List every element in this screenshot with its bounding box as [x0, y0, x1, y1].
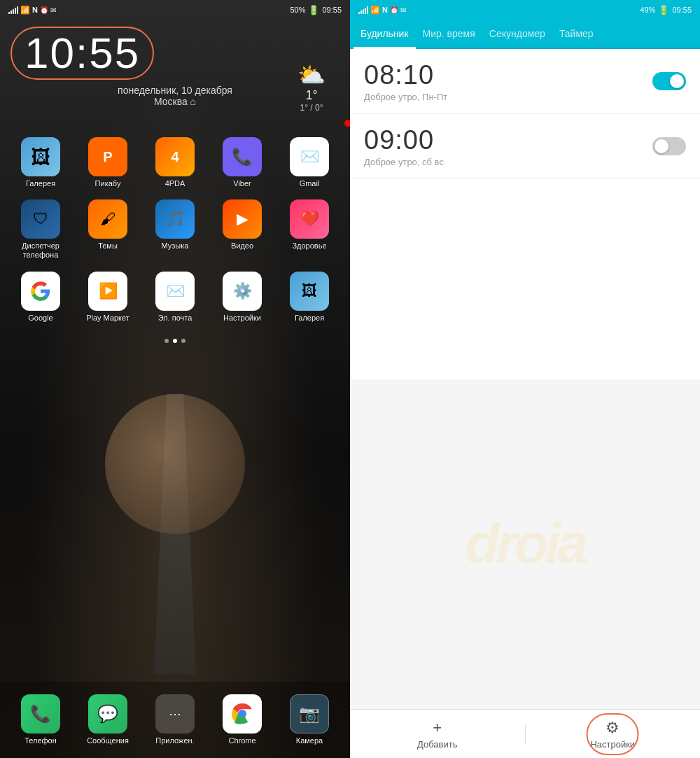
- app-label-google: Google: [28, 314, 52, 323]
- app-gallery2[interactable]: 🖼 Галерея: [276, 266, 343, 328]
- alarm-desc-1: Доброе утро, Пн-Пт: [364, 92, 447, 102]
- app-icon-viber: 📞: [223, 137, 262, 176]
- settings-label: Настройки: [590, 739, 635, 750]
- status-bar-left: 📶 N ⏰ ✉ 50% 🔋 09:55: [0, 0, 350, 20]
- settings-button[interactable]: ⚙ Настройки: [526, 717, 701, 751]
- signal-bar-4: [15, 8, 16, 14]
- signal-bar-5: [17, 6, 18, 14]
- nfc-icon: N: [32, 6, 38, 14]
- app-label-video: Видео: [231, 241, 253, 251]
- notification-icon-right: ✉: [400, 6, 406, 14]
- dock-icon-phone: 📞: [21, 694, 60, 734]
- alarm-time-2: 09:00: [364, 125, 444, 155]
- app-gallery[interactable]: 🖼 Галерея: [7, 132, 74, 194]
- clock-date: понедельник, 10 декабря: [0, 85, 350, 96]
- right-panel: 📶 N ⏰ ✉ 49% 🔋 09:55 Будильник Мир. время…: [350, 0, 700, 758]
- add-alarm-button[interactable]: + Добавить: [350, 717, 525, 751]
- tab-bar: Будильник Мир. время Секундомер Таймер: [350, 20, 700, 49]
- app-label-gallery2: Галерея: [295, 314, 324, 323]
- time-left: 09:55: [322, 6, 342, 14]
- app-label-mail: Эл. почта: [158, 314, 192, 323]
- app-gmail[interactable]: ✉️ Gmail: [276, 132, 343, 194]
- signal-bar-r3: [363, 9, 364, 14]
- app-mail[interactable]: ✉️ Эл. почта: [141, 266, 209, 328]
- toggle-knob-2: [654, 139, 668, 153]
- app-label-settings: Настройки: [223, 314, 261, 323]
- app-icon-gallery2: 🖼: [290, 272, 329, 311]
- alarm-left-1: 08:10 Доброе утро, Пн-Пт: [364, 60, 447, 102]
- dock-apps[interactable]: ⋯ Приложен.: [141, 689, 209, 751]
- alarm-left-2: 09:00 Доброе утро, сб вс: [364, 125, 444, 167]
- dock-chrome[interactable]: Chrome: [209, 689, 276, 751]
- tab-timer[interactable]: Таймер: [552, 20, 601, 48]
- app-icon-dispatcher: 🛡: [21, 199, 60, 239]
- dock-label-camera: Камера: [296, 736, 323, 745]
- signal-bar-1: [8, 12, 10, 14]
- notification-icon: ✉: [50, 6, 56, 14]
- app-themes[interactable]: 🖌 Темы: [74, 194, 141, 265]
- alarm-icon-right: ⏰: [390, 6, 398, 14]
- page-dot-2: [173, 339, 177, 343]
- signal-bar-r1: [358, 12, 360, 14]
- signal-bars-right: [358, 6, 368, 14]
- tab-alarm[interactable]: Будильник: [354, 20, 416, 48]
- app-settings[interactable]: ⚙️ Настройки: [209, 266, 276, 328]
- app-label-themes: Темы: [98, 241, 118, 251]
- dock-messages[interactable]: 💬 Сообщения: [74, 689, 141, 751]
- app-label-dispatcher: Диспетчер телефона: [10, 241, 71, 260]
- dock-label-messages: Сообщения: [87, 736, 129, 745]
- clock-inner: 10:55: [12, 28, 153, 78]
- page-dot-1: [164, 339, 169, 343]
- dock-icon-chrome: [223, 694, 262, 734]
- alarm-toggle-2[interactable]: [652, 137, 686, 155]
- app-icon-health: ❤️: [290, 199, 329, 239]
- app-icon-playmarket: ▶️: [88, 272, 127, 311]
- app-icon-4pda: 4: [155, 137, 195, 176]
- app-icon-pikaboo: P: [88, 137, 127, 176]
- app-video[interactable]: ▶ Видео: [209, 194, 276, 265]
- clock-time: 10:55: [24, 31, 140, 75]
- app-dispatcher[interactable]: 🛡 Диспетчер телефона: [7, 194, 74, 265]
- signal-bars: [8, 6, 18, 14]
- signal-area-left: 📶 N ⏰ ✉: [8, 6, 56, 15]
- signal-area-right: 📶 N ⏰ ✉: [358, 6, 406, 15]
- app-icon-themes: 🖌: [88, 199, 127, 239]
- dock-label-apps: Приложен.: [155, 736, 194, 745]
- dock-label-chrome: Chrome: [228, 736, 255, 745]
- tab-stopwatch[interactable]: Секундомер: [482, 20, 552, 48]
- app-music[interactable]: 🎵 Музыка: [141, 194, 209, 265]
- clock-circle-highlight: 10:55: [10, 27, 154, 80]
- dock-camera[interactable]: 📷 Камера: [276, 689, 343, 751]
- page-indicator: [0, 339, 350, 343]
- signal-bar-r2: [360, 10, 362, 14]
- app-4pda[interactable]: 4 4PDA: [141, 132, 209, 194]
- app-label-4pda: 4PDA: [165, 179, 186, 188]
- app-label-gallery: Галерея: [26, 179, 55, 188]
- alarm-item-2[interactable]: 09:00 Доброе утро, сб вс: [350, 114, 700, 179]
- nfc-icon-right: N: [382, 6, 388, 14]
- alarm-time-1: 08:10: [364, 60, 447, 90]
- app-google[interactable]: Google: [7, 266, 74, 328]
- app-health[interactable]: ❤️ Здоровье: [276, 194, 343, 265]
- alarm-toggle-1[interactable]: [652, 72, 686, 90]
- app-playmarket[interactable]: ▶️ Play Маркет: [74, 266, 141, 328]
- dock-phone[interactable]: 📞 Телефон: [7, 689, 74, 751]
- app-viber[interactable]: 📞 Viber: [209, 132, 276, 194]
- wifi-icon: 📶: [20, 6, 30, 15]
- alarm-item-1[interactable]: 08:10 Доброе утро, Пн-Пт: [350, 49, 700, 114]
- app-icon-gallery: 🖼: [21, 137, 60, 176]
- tab-world-time[interactable]: Мир. время: [416, 20, 482, 48]
- left-panel: 📶 N ⏰ ✉ 50% 🔋 09:55 10:55 ⛅ 1° 1° / 0° п…: [0, 0, 350, 758]
- app-grid-row2: 🛡 Диспетчер телефона 🖌 Темы 🎵 Музыка ▶ В…: [0, 194, 350, 265]
- signal-bar-3: [13, 9, 14, 14]
- battery-icon-left: 🔋: [308, 5, 319, 15]
- dock-label-phone: Телефон: [24, 736, 57, 745]
- app-label-health: Здоровье: [292, 241, 326, 251]
- toggle-knob-1: [670, 74, 684, 88]
- alarm-list: 08:10 Доброе утро, Пн-Пт 09:00 Доброе ут…: [350, 49, 700, 379]
- alarm-desc-2: Доброе утро, сб вс: [364, 157, 444, 167]
- app-pikaboo[interactable]: P Пикабу: [74, 132, 141, 194]
- clock-weather-row: 10:55 ⛅ 1° 1° / 0°: [0, 23, 350, 83]
- app-label-music: Музыка: [162, 241, 189, 251]
- app-icon-settings: ⚙️: [223, 272, 262, 311]
